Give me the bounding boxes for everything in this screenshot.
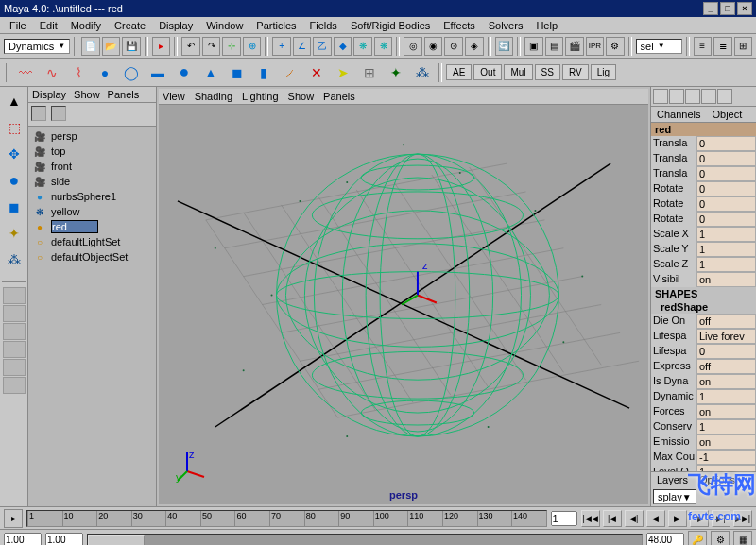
- outliner-item-yellow[interactable]: ❋yellow: [30, 204, 154, 219]
- tab-channels[interactable]: Channels: [651, 107, 706, 122]
- snap-plane-button[interactable]: ◈: [465, 37, 484, 56]
- channel-value[interactable]: 0: [696, 344, 756, 359]
- shelf-plane-icon[interactable]: ▬: [146, 60, 170, 85]
- shelf-tab-ae[interactable]: AE: [446, 64, 472, 80]
- range-bar[interactable]: [87, 534, 643, 546]
- channel-value[interactable]: 0: [696, 151, 756, 166]
- open-scene-button[interactable]: 📂: [102, 37, 121, 56]
- shelf-cone-icon[interactable]: ▲: [198, 60, 223, 85]
- shelf-tab-lig[interactable]: Lig: [591, 64, 616, 80]
- outliner-item-front[interactable]: 🎥front: [30, 159, 154, 174]
- channel-value[interactable]: off: [696, 359, 756, 374]
- time-ruler[interactable]: 1102030405060708090100110120130140: [26, 510, 547, 527]
- object-name-header[interactable]: red: [651, 123, 756, 136]
- lasso-tool[interactable]: ⬚: [2, 115, 26, 140]
- shelf-ik-icon[interactable]: ✕: [304, 60, 329, 85]
- maximize-button[interactable]: □: [720, 2, 735, 15]
- select-render-icon[interactable]: ❋: [353, 37, 372, 56]
- channel-row[interactable]: Rotate0: [651, 196, 756, 212]
- playback-end-field[interactable]: [646, 533, 684, 545]
- last-tool[interactable]: ⁂: [2, 247, 26, 272]
- history-button[interactable]: 🔄: [495, 37, 514, 56]
- menu-effects[interactable]: Effects: [438, 19, 480, 32]
- shelf-cylinder-icon[interactable]: ▮: [251, 60, 276, 85]
- channel-value[interactable]: on: [696, 374, 756, 389]
- shelf-tab-out[interactable]: Out: [473, 64, 502, 80]
- menu-help[interactable]: Help: [530, 19, 563, 32]
- module-selector[interactable]: Dynamics: [4, 39, 70, 54]
- minimize-button[interactable]: _: [703, 2, 718, 15]
- render-globals-button[interactable]: 🎬: [565, 37, 584, 56]
- quick-select-field[interactable]: sel: [636, 39, 682, 54]
- tab-object[interactable]: Object: [706, 107, 747, 122]
- channel-value[interactable]: 1: [696, 419, 756, 434]
- channel-row[interactable]: Transla0: [651, 136, 756, 151]
- channel-row[interactable]: Rotate0: [651, 212, 756, 227]
- channel-row[interactable]: Die Onoff: [651, 314, 756, 329]
- layout-two-h[interactable]: [3, 323, 26, 340]
- channel-row[interactable]: Expressoff: [651, 359, 756, 374]
- channel-value[interactable]: 0: [696, 196, 756, 212]
- channel-row[interactable]: Forceson: [651, 404, 756, 419]
- menu-window[interactable]: Window: [200, 19, 249, 32]
- snap-grid-button[interactable]: ◎: [404, 37, 422, 56]
- menu-display[interactable]: Display: [153, 19, 198, 32]
- channel-row[interactable]: Scale X1: [651, 227, 756, 242]
- ipr-label-icon[interactable]: IPR: [586, 37, 605, 56]
- script-button[interactable]: ▦: [733, 531, 752, 546]
- shelf-cluster-icon[interactable]: ✦: [384, 60, 408, 85]
- filter-2[interactable]: [51, 106, 66, 121]
- toggle-attr-button[interactable]: ≡: [694, 37, 713, 56]
- shelf-sphere-blue-icon[interactable]: ●: [93, 60, 117, 85]
- select-surface-icon[interactable]: ∠: [293, 37, 312, 56]
- channel-row[interactable]: Rotate0: [651, 181, 756, 196]
- select-deform-icon[interactable]: 乙: [313, 37, 332, 56]
- select-tool[interactable]: ▲: [2, 89, 26, 113]
- outliner-item-objectset[interactable]: ○defaultObjectSet: [30, 249, 154, 264]
- channel-row[interactable]: Transla0: [651, 166, 756, 181]
- channel-value[interactable]: 1: [696, 242, 756, 257]
- step-back-button[interactable]: |◀: [603, 510, 622, 527]
- snap-curve-button[interactable]: ◉: [424, 37, 443, 56]
- viewport-3d[interactable]: z z y persp: [159, 105, 648, 504]
- outliner-item-persp[interactable]: 🎥persp: [30, 128, 154, 144]
- channel-value[interactable]: 1: [696, 257, 756, 272]
- range-start-field[interactable]: [4, 533, 42, 545]
- channel-value[interactable]: off: [696, 314, 756, 329]
- shape-name[interactable]: redShape: [651, 300, 756, 314]
- layout-three[interactable]: [3, 359, 26, 376]
- menu-create[interactable]: Create: [109, 19, 151, 32]
- channel-row[interactable]: Max Cou-1: [651, 450, 756, 465]
- scale-tool[interactable]: ◼: [2, 195, 26, 219]
- outliner-item-top[interactable]: 🎥top: [30, 144, 154, 159]
- ch-icon-4[interactable]: [701, 89, 716, 104]
- select-dynamic-icon[interactable]: ◆: [334, 37, 352, 56]
- shelf-locator-icon[interactable]: ➤: [331, 60, 355, 85]
- rotate-tool[interactable]: ●: [2, 168, 26, 193]
- play-button[interactable]: ▶: [668, 510, 687, 527]
- forward-button[interactable]: ▶▶|: [733, 510, 752, 527]
- rewind-button[interactable]: |◀◀: [581, 510, 600, 527]
- channel-row[interactable]: Dynamic1: [651, 389, 756, 404]
- channel-value[interactable]: 1: [696, 227, 756, 242]
- select-mask-button[interactable]: ▸: [152, 37, 171, 56]
- outliner-menu-panels[interactable]: Panels: [108, 89, 140, 100]
- rename-input[interactable]: [51, 220, 98, 233]
- filter-1[interactable]: [31, 106, 46, 121]
- snap-point-button[interactable]: ⊙: [444, 37, 463, 56]
- redo-button[interactable]: ↷: [202, 37, 221, 56]
- layout-custom[interactable]: [3, 377, 26, 394]
- menu-solvers[interactable]: Solvers: [483, 19, 529, 32]
- menu-softrigid[interactable]: Soft/Rigid Bodies: [345, 19, 436, 32]
- outliner-menu-display[interactable]: Display: [32, 89, 66, 100]
- ch-icon-1[interactable]: [653, 89, 668, 104]
- channel-value[interactable]: 0: [696, 212, 756, 227]
- channel-value[interactable]: -1: [696, 450, 756, 465]
- toggle-channel-button[interactable]: ⊞: [734, 37, 753, 56]
- layout-four[interactable]: [3, 305, 26, 322]
- channel-value[interactable]: on: [696, 272, 756, 287]
- ch-icon-5[interactable]: [717, 89, 732, 104]
- new-scene-button[interactable]: 📄: [81, 37, 100, 56]
- shelf-sphere-icon[interactable]: ●: [172, 60, 197, 85]
- move-tool[interactable]: ✥: [2, 142, 26, 166]
